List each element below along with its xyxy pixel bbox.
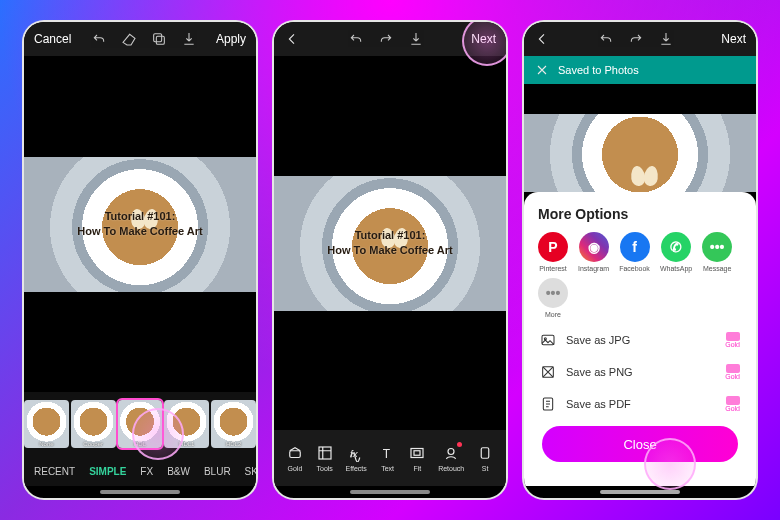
overlay-text-line1: Tutorial #101: [327,228,452,243]
canvas[interactable]: Tutorial #101: How To Make Coffee Art [24,56,256,392]
download-icon[interactable] [658,31,674,47]
gold-badge: Gold [725,332,740,348]
tab-sketch[interactable]: SKETCH [245,466,256,477]
redo-icon[interactable] [628,31,644,47]
layers-icon[interactable] [151,31,167,47]
phone-share-sheet: Next Saved to Photos More Options PPinte… [522,20,758,500]
home-indicator [24,486,256,498]
tab-blur[interactable]: BLUR [204,466,231,477]
save-png[interactable]: Save as PNG Gold [538,356,742,388]
svg-text:fx: fx [350,448,359,459]
overlay-text-line2: How To Make Coffee Art [77,224,202,239]
image-icon [540,332,556,348]
share-facebook[interactable]: fFacebook [619,232,650,272]
home-indicator [274,486,506,498]
tool-tools[interactable]: Tools [316,444,334,472]
overlay-text-line1: Tutorial #101: [77,209,202,224]
close-button[interactable]: Close [542,426,738,462]
phone-editor-tools: Next Tutorial #101: How To Make Coffee A… [272,20,508,500]
svg-point-8 [448,449,454,455]
svg-rect-0 [153,34,161,42]
tool-retouch[interactable]: Retouch [438,444,464,472]
share-message[interactable]: •••Message [702,232,732,272]
undo-icon[interactable] [598,31,614,47]
tool-gold[interactable]: Gold [286,444,304,472]
svg-rect-9 [481,448,489,459]
image-preview: Tutorial #101: How To Make Coffee Art [24,157,256,292]
apply-button[interactable]: Apply [216,32,246,46]
tab-bw[interactable]: B&W [167,466,190,477]
save-pdf[interactable]: Save as PDF Gold [538,388,742,420]
tool-more[interactable]: St [476,444,494,472]
redo-icon[interactable] [378,31,394,47]
next-button[interactable]: Next [721,32,746,46]
pdf-icon [540,396,556,412]
filter-thumb[interactable]: HDL2 [211,400,256,448]
download-icon[interactable] [408,31,424,47]
topbar: Cancel Apply [24,22,256,56]
svg-rect-2 [290,451,301,458]
overlay-text-line2: How To Make Coffee Art [327,243,452,258]
close-icon[interactable] [534,62,550,78]
tool-effects[interactable]: fxEffects [345,444,366,472]
svg-text:T: T [382,447,390,461]
share-more[interactable]: •••More [538,278,568,318]
image-preview [524,84,756,192]
filter-thumb[interactable]: Cooper [71,400,116,448]
filter-thumb[interactable]: HDL1 [164,400,209,448]
next-button[interactable]: Next [471,32,496,46]
share-whatsapp[interactable]: ✆WhatsApp [660,232,692,272]
filter-thumb[interactable]: None [24,400,69,448]
back-icon[interactable] [284,31,300,47]
gold-badge: Gold [725,396,740,412]
banner-text: Saved to Photos [558,64,639,76]
tool-fit[interactable]: Fit [408,444,426,472]
filter-thumb-selected[interactable]: HDL [118,400,163,448]
phone-editor-filters: Cancel Apply Tutorial #101: How To Make … [22,20,258,500]
filter-category-tabs: RECENT SIMPLE FX B&W BLUR SKETCH CO [24,456,256,486]
save-jpg[interactable]: Save as JPG Gold [538,324,742,356]
image-preview: Tutorial #101: How To Make Coffee Art [274,176,506,311]
share-targets: PPinterest ◉Instagram fFacebook ✆WhatsAp… [538,232,742,272]
svg-rect-1 [156,36,164,44]
gold-badge: Gold [725,364,740,380]
toolbar: Gold Tools fxEffects TText Fit Retouch S… [274,430,506,486]
tab-simple[interactable]: SIMPLE [89,466,126,477]
back-icon[interactable] [534,31,550,47]
topbar: Next [524,22,756,56]
svg-rect-3 [319,447,331,459]
eraser-icon[interactable] [121,31,137,47]
tool-text[interactable]: TText [379,444,397,472]
sheet-title: More Options [538,206,742,222]
share-pinterest[interactable]: PPinterest [538,232,568,272]
more-options-sheet: More Options PPinterest ◉Instagram fFace… [524,192,756,486]
png-icon [540,364,556,380]
canvas[interactable]: Tutorial #101: How To Make Coffee Art [274,56,506,430]
home-indicator [524,486,756,498]
share-instagram[interactable]: ◉Instagram [578,232,609,272]
undo-icon[interactable] [91,31,107,47]
svg-rect-6 [411,449,423,458]
tab-recent[interactable]: RECENT [34,466,75,477]
download-icon[interactable] [181,31,197,47]
saved-banner: Saved to Photos [524,56,756,84]
svg-rect-7 [414,451,420,456]
tab-fx[interactable]: FX [140,466,153,477]
undo-icon[interactable] [348,31,364,47]
filter-thumbnails: None Cooper HDL HDL1 HDL2 [24,392,256,456]
topbar: Next [274,22,506,56]
cancel-button[interactable]: Cancel [34,32,71,46]
